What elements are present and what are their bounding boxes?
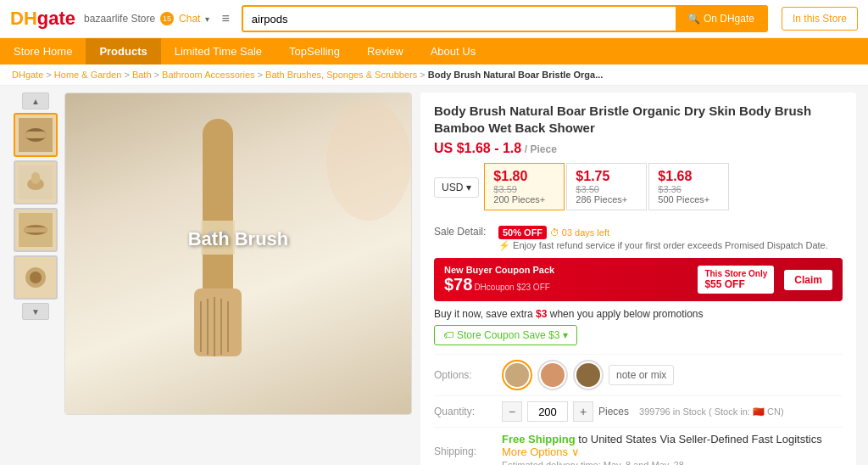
coupon-amount: $78 — [444, 275, 472, 294]
thumbnail-3[interactable] — [14, 208, 58, 252]
shipping-more-options[interactable]: More Options ∨ — [502, 445, 580, 458]
stock-info: 399796 in Stock ( Stock in: 🇨🇳 CN) — [639, 406, 784, 417]
tier-1-price: $1.80 — [493, 169, 555, 184]
breadcrumb-bath-brushes[interactable]: Bath Brushes, Sponges & Scrubbers — [265, 70, 417, 80]
search-input[interactable] — [243, 8, 676, 31]
search-dhgate-button[interactable]: 🔍 On DHgate — [676, 7, 766, 31]
currency-dropdown-icon: ▾ — [466, 182, 471, 193]
menu-icon[interactable]: ≡ — [218, 8, 232, 30]
search-store-button[interactable]: In this Store — [782, 7, 858, 31]
tier-1-qty: 200 Pieces+ — [493, 194, 555, 204]
breadcrumb-bath[interactable]: Bath — [132, 70, 152, 80]
thumb-nav-down[interactable]: ▼ — [22, 303, 49, 320]
price-tier-3[interactable]: $1.68 $3.36 500 Pieces+ — [648, 163, 729, 210]
quantity-row: Quantity: − + Pieces 399796 in Stock ( S… — [434, 395, 843, 427]
options-row: Options: note or mix — [434, 354, 843, 395]
thumb-nav-up[interactable]: ▲ — [22, 92, 49, 109]
nav-store-home[interactable]: Store Home — [0, 38, 86, 64]
option-color-2 — [541, 363, 565, 387]
thumbnail-4[interactable] — [14, 255, 58, 300]
svg-rect-5 — [31, 172, 40, 184]
breadcrumb-home-garden[interactable]: Home & Garden — [54, 70, 121, 80]
svg-rect-12 — [203, 119, 233, 305]
thumbnail-1[interactable] — [14, 113, 58, 157]
svg-rect-2 — [25, 132, 46, 138]
coupon-box: New Buyer Coupon Pack $78 DHcoupon $23 O… — [434, 258, 843, 301]
tier-2-price: $1.75 — [576, 169, 637, 184]
price-range-value: US $1.68 - 1.8 — [434, 141, 521, 155]
tier-2-qty: 286 Pieces+ — [576, 194, 637, 204]
sale-label: Sale Detail: — [434, 226, 493, 238]
sale-timer: ⏱ 03 days left — [550, 227, 609, 238]
chat-badge: 15 — [160, 12, 174, 25]
coupon-title: New Buyer Coupon Pack — [444, 265, 554, 275]
refund-icon: ⚡ — [498, 240, 510, 250]
product-info-panel: Body Brush Natural Boar Bristle Organic … — [420, 92, 856, 465]
price-unit: / Piece — [525, 143, 557, 155]
breadcrumb: DHgate > Home & Garden > Bath > Bathroom… — [0, 64, 868, 86]
price-range: US $1.68 - 1.8 / Piece — [434, 141, 843, 156]
coupon-store-badge: This Store Only $55 OFF — [698, 266, 774, 294]
breadcrumb-dhgate[interactable]: DHgate — [12, 70, 43, 80]
quantity-unit: Pieces — [598, 406, 629, 417]
price-tier-2[interactable]: $1.75 $3.50 286 Pieces+ — [566, 163, 647, 210]
product-title: Body Brush Natural Boar Bristle Organic … — [434, 103, 843, 136]
quantity-controls: − + Pieces 399796 in Stock ( Stock in: 🇨… — [502, 401, 784, 422]
option-2[interactable] — [537, 360, 568, 390]
thumbnail-list: ▲ ▼ — [12, 92, 59, 465]
store-coupon-button[interactable]: 🏷 Store Coupon Save $3 ▾ — [434, 325, 577, 345]
logo[interactable]: DHgate — [10, 8, 75, 30]
shipping-free-text: Free Shipping — [502, 433, 576, 445]
chat-label[interactable]: Chat — [179, 13, 200, 25]
coupon-dhcoupon: DHcoupon $23 OFF — [474, 283, 550, 292]
price-tier-1[interactable]: $1.80 $3.59 200 Pieces+ — [484, 163, 565, 210]
breadcrumb-bathroom-accessories[interactable]: Bathroom Accessories — [162, 70, 254, 80]
main-product-image: Bath Brush — [64, 92, 412, 415]
svg-point-11 — [30, 272, 42, 283]
main-content: ▲ ▼ — [0, 86, 868, 465]
breadcrumb-current: Body Brush Natural Boar Bristle Orga... — [428, 70, 604, 80]
shipping-estimate: Estimated delivery time: May. 8 and May.… — [502, 460, 843, 465]
nav-limited-time-sale[interactable]: Limited Time Sale — [161, 38, 275, 64]
quantity-label: Quantity: — [434, 406, 493, 417]
tier-3-price: $1.68 — [658, 169, 720, 184]
price-tiers: $1.80 $3.59 200 Pieces+ $1.75 $3.50 286 … — [484, 163, 729, 210]
save-promo-text: Buy it now, save extra $3 when you apply… — [434, 308, 843, 320]
store-info: bazaarlife Store 15 Chat ▾ — [84, 12, 209, 25]
option-note-or-mix[interactable]: note or mix — [609, 365, 674, 385]
store-name: bazaarlife Store — [84, 13, 155, 25]
nav-review[interactable]: Review — [353, 38, 417, 64]
shipping-info: Free Shipping to United States Via Selle… — [502, 433, 843, 465]
quantity-input[interactable] — [527, 401, 568, 422]
shipping-row: Shipping: Free Shipping to United States… — [434, 427, 843, 465]
search-bar: 🔍 On DHgate — [242, 5, 768, 32]
options-list: note or mix — [502, 360, 674, 390]
header: DHgate bazaarlife Store 15 Chat ▾ ≡ 🔍 On… — [0, 0, 868, 38]
thumbnail-2[interactable] — [14, 160, 58, 204]
nav-top-selling[interactable]: TopSelling — [275, 38, 353, 64]
tier-2-original: $3.50 — [576, 184, 637, 194]
refund-note: ⚡ Enjoy fast refund service if your firs… — [498, 240, 828, 251]
dropdown-icon[interactable]: ▾ — [205, 14, 209, 24]
shipping-destination: to United States Via Seller-Defined Fast… — [578, 433, 821, 445]
option-1[interactable] — [502, 360, 532, 390]
coupon-claim-button[interactable]: Claim — [784, 270, 832, 290]
quantity-decrease-button[interactable]: − — [502, 401, 522, 422]
option-color-1 — [505, 363, 529, 387]
coupon-info: New Buyer Coupon Pack $78 DHcoupon $23 O… — [444, 265, 554, 294]
logo-gate: gate — [37, 8, 75, 29]
nav-about-us[interactable]: About Us — [417, 38, 489, 64]
currency-selector[interactable]: USD ▾ — [434, 177, 479, 198]
nav-bar: Store Home Products Limited Time Sale To… — [0, 38, 868, 64]
store-coupon-dropdown: ▾ — [563, 329, 568, 341]
search-icon: 🔍 — [687, 13, 700, 25]
nav-products[interactable]: Products — [86, 38, 160, 64]
svg-point-22 — [326, 102, 411, 221]
logo-dh: DH — [10, 8, 37, 29]
sale-discount-badge: 50% OFF — [498, 226, 547, 239]
quantity-increase-button[interactable]: + — [573, 401, 593, 422]
option-3[interactable] — [573, 360, 604, 390]
person-silhouette — [242, 93, 411, 415]
tier-3-original: $3.36 — [658, 184, 720, 194]
options-label: Options: — [434, 369, 493, 381]
